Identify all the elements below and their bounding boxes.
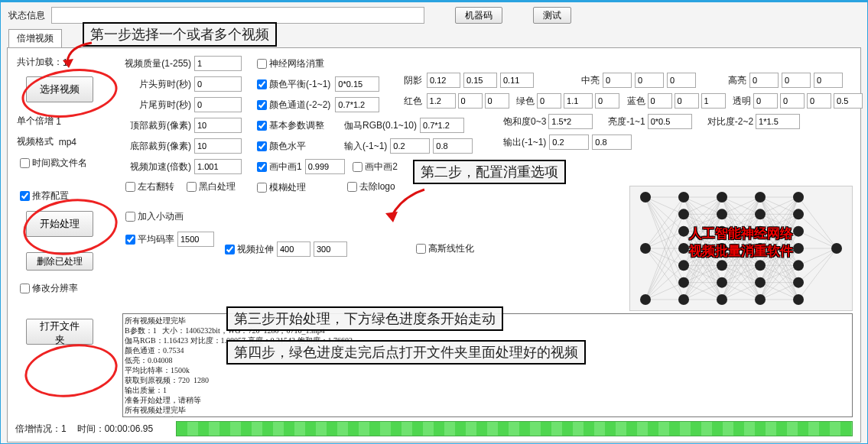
sat-input[interactable] (548, 114, 593, 129)
start-button[interactable]: 开始处理 (26, 211, 93, 237)
out-label: 输出(-1~1) (503, 136, 546, 149)
bottom-status-label: 倍增情况： (15, 423, 61, 436)
tail-trim-input[interactable] (194, 97, 242, 112)
blue-2[interactable] (675, 93, 699, 109)
accel-input[interactable] (194, 159, 242, 174)
blur-label: 模糊处理 (269, 181, 306, 192)
level-label: 颜色水平 (269, 140, 306, 153)
color-balance-label: 颜色平衡(-1~1) (269, 78, 330, 91)
contrast-input[interactable] (756, 114, 800, 129)
level-checkbox[interactable] (257, 141, 267, 151)
midtone-3[interactable] (667, 73, 696, 88)
highlight-1[interactable] (749, 73, 779, 88)
bitrate-input[interactable] (177, 232, 214, 247)
gauss-checkbox[interactable] (416, 244, 426, 254)
circle-anno-3 (21, 339, 121, 403)
alpha-1[interactable] (753, 93, 778, 109)
pip1-input[interactable] (305, 159, 345, 174)
anno-step2: 第二步，配置消重选项 (413, 160, 566, 184)
rmlogo-checkbox[interactable] (347, 182, 357, 192)
status-label: 状态信息 (8, 9, 45, 22)
stretch-checkbox[interactable] (225, 245, 235, 254)
bw-label: 黑白处理 (199, 181, 236, 192)
status-input[interactable] (51, 7, 424, 24)
bot-crop-input[interactable] (194, 138, 242, 154)
out-input2[interactable] (592, 134, 632, 150)
single-label: 单个倍增 (17, 115, 54, 128)
blue-1[interactable] (648, 93, 672, 109)
pip1-checkbox[interactable] (257, 162, 267, 172)
shadow-1[interactable] (427, 73, 460, 88)
recommend-checkbox[interactable] (20, 191, 30, 201)
pip2-checkbox[interactable] (353, 162, 362, 172)
log-output: 所有视频处理完毕 B参数：1 大小：1406232bit，WG：720*1280… (122, 313, 853, 417)
svg-point-186 (717, 209, 727, 219)
svg-line-18 (645, 265, 684, 300)
svg-line-19 (645, 283, 684, 300)
svg-point-196 (755, 260, 766, 271)
recommend-label: 推荐配置 (32, 190, 69, 203)
red-label: 红色 (404, 95, 427, 108)
top-crop-input[interactable] (194, 118, 242, 133)
fliph-label: 左右翻转 (138, 181, 174, 192)
red-1[interactable] (427, 93, 456, 109)
in-label: 输入(-1~1) (344, 140, 387, 153)
fmt-label: 视频格式 (17, 135, 54, 148)
shadow-2[interactable] (463, 73, 497, 88)
red-2[interactable] (458, 93, 483, 109)
green-3[interactable] (595, 93, 619, 109)
stretch-h-input[interactable] (314, 241, 347, 257)
red-3[interactable] (485, 93, 509, 109)
timestamp-checkbox[interactable] (20, 158, 30, 168)
alpha-2[interactable] (780, 93, 805, 109)
out-input1[interactable] (549, 134, 589, 150)
shadow-3[interactable] (500, 73, 534, 88)
svg-point-203 (793, 260, 804, 271)
tab-multiply[interactable]: 倍增视频 (8, 29, 62, 48)
nn-label: 神经网络消重 (269, 57, 324, 70)
color-channel-input[interactable] (335, 97, 379, 112)
color-balance-input[interactable] (335, 76, 379, 92)
highlight-2[interactable] (782, 73, 811, 88)
basic-label: 基本参数调整 (269, 119, 324, 132)
highlight-3[interactable] (814, 73, 843, 88)
blur-checkbox[interactable] (257, 183, 267, 193)
stretch-w-input[interactable] (277, 241, 310, 257)
midtone-2[interactable] (635, 73, 664, 88)
nn-checkbox[interactable] (257, 59, 267, 69)
machine-code-button[interactable]: 机器码 (455, 7, 502, 24)
modify-res-label: 修改分辨率 (32, 282, 78, 295)
alpha-4[interactable] (834, 93, 863, 109)
svg-point-198 (755, 294, 766, 305)
color-balance-checkbox[interactable] (257, 79, 267, 89)
basic-checkbox[interactable] (257, 121, 267, 131)
test-button[interactable]: 测试 (533, 7, 571, 24)
midtone-1[interactable] (603, 73, 632, 88)
quality-label: 视频质量(1-255) (122, 57, 194, 70)
pip2-label: 画中画2 (365, 160, 398, 173)
quality-input[interactable] (194, 56, 242, 71)
svg-point-184 (678, 294, 689, 305)
green-label: 绿色 (509, 95, 537, 108)
delete-processed-button[interactable]: 删除已处理 (26, 252, 93, 271)
open-folder-button[interactable]: 打开文件夹 (26, 319, 93, 345)
loaded-label: 共计加载： (17, 56, 63, 69)
bitrate-label: 平均码率 (138, 233, 174, 246)
midtone-label: 中亮 (534, 74, 603, 87)
bright-input[interactable] (648, 114, 692, 129)
blue-3[interactable] (701, 93, 726, 109)
svg-point-189 (717, 260, 727, 271)
green-2[interactable] (564, 93, 593, 109)
green-1[interactable] (537, 93, 561, 109)
color-channel-checkbox[interactable] (257, 100, 267, 110)
head-trim-input[interactable] (194, 76, 242, 92)
nn-diagram: 人工智能神经网络 视频批量消重软件 (629, 186, 853, 311)
fliph-checkbox[interactable] (125, 182, 135, 192)
select-video-button[interactable]: 选择视频 (26, 76, 93, 102)
alpha-3[interactable] (807, 93, 831, 109)
anim-checkbox[interactable] (125, 212, 135, 222)
bw-checkbox[interactable] (187, 182, 197, 192)
bitrate-checkbox[interactable] (125, 235, 135, 245)
accel-label: 视频加速(倍数) (122, 160, 194, 173)
modify-res-checkbox[interactable] (20, 284, 30, 293)
